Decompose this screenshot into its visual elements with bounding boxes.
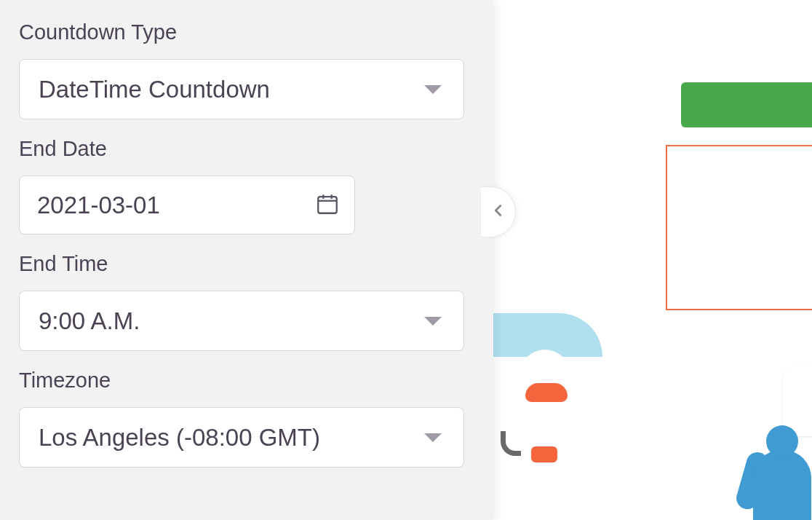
preview-green-button [681,82,812,127]
settings-panel: Countdown Type DateTime Countdown End Da… [0,0,493,520]
countdown-type-value: DateTime Countdown [39,76,270,103]
countdown-type-field: Countdown Type DateTime Countdown [19,20,474,119]
end-time-select[interactable]: 9:00 A.M. [19,291,464,351]
preview-person-graphic [749,425,812,520]
calendar-icon [315,192,340,219]
svg-rect-0 [318,197,337,213]
app-root: Countdown Type DateTime Countdown End Da… [0,0,812,520]
timezone-label: Timezone [19,369,474,393]
end-date-value: 2021-03-01 [37,192,160,219]
end-date-label: End Date [19,137,474,161]
end-time-value: 9:00 A.M. [39,307,140,335]
timezone-field: Timezone Los Angeles (-08:00 GMT) [19,369,474,468]
preview-area [493,0,812,520]
chevron-down-icon [424,317,442,326]
end-time-field: End Time 9:00 A.M. [19,252,474,351]
chevron-down-icon [424,85,442,94]
chevron-down-icon [424,433,442,442]
timezone-value: Los Angeles (-08:00 GMT) [39,424,320,452]
chevron-left-icon [490,200,506,224]
end-date-input[interactable]: 2021-03-01 [19,176,355,235]
end-time-label: End Time [19,252,474,276]
preview-selection-outline [666,145,812,310]
countdown-type-select[interactable]: DateTime Countdown [19,59,464,119]
timezone-select[interactable]: Los Angeles (-08:00 GMT) [19,407,464,468]
end-date-field: End Date 2021-03-01 [19,137,474,235]
preview-astronaut-graphic [503,350,587,462]
countdown-type-label: Countdown Type [19,20,474,44]
